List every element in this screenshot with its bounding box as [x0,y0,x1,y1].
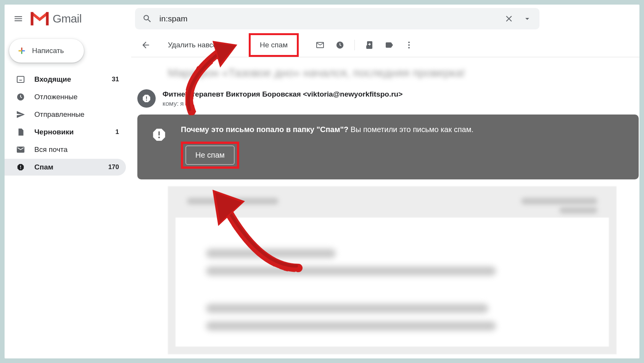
search-input[interactable] [156,14,500,23]
sidebar-item-inbox[interactable]: Входящие 31 [5,71,126,88]
sidebar-item-drafts[interactable]: Черновики 1 [5,124,126,140]
send-icon [16,110,25,119]
label-icon [385,40,394,50]
nav-label: Спам [34,163,99,171]
nav-label: Вся почта [34,145,119,154]
svg-point-3 [408,42,410,43]
more-vert-icon [404,40,414,50]
sender-name: Фитнес-терапевт Виктория Боровская <vikt… [163,90,639,98]
dropdown-arrow-icon [523,14,532,23]
message-toolbar: Удалить навсегда Не спам [131,33,639,57]
spam-icon [16,163,25,172]
arrow-back-icon [141,40,151,50]
not-spam-label: Не спам [260,41,288,49]
nav-label: Отложенные [34,93,119,101]
move-to-button[interactable] [360,36,378,54]
search-bar [135,8,539,29]
recipient-prefix: кому: [163,100,179,108]
inbox-icon [16,75,25,84]
snooze-button[interactable] [331,36,349,54]
nav-count: 31 [112,76,119,83]
back-button[interactable] [137,36,155,54]
sidebar: Написать Входящие 31 Отложенные Отправле… [5,33,131,358]
sidebar-item-snoozed[interactable]: Отложенные [5,89,126,105]
folder-move-icon [365,40,374,50]
spam-question: Почему это письмо попало в папку "Спам"? [181,125,348,134]
annotation-highlight-box-2: Не спам [181,142,239,169]
nav-label: Входящие [34,75,103,84]
search-icon [142,14,152,24]
clock-icon [16,92,25,102]
banner-not-spam-button[interactable]: Не спам [185,145,235,165]
toolbar-divider [354,40,355,50]
annotation-highlight-box: Не спам [249,33,299,57]
spam-warning-banner: Почему это письмо попало в папку "Спам"?… [137,115,639,179]
sidebar-item-spam[interactable]: Спам 170 [5,159,126,176]
spam-avatar-icon [142,94,151,103]
delete-forever-button[interactable]: Удалить навсегда [164,36,229,54]
clock-icon [336,41,344,49]
gmail-wordmark: Gmail [53,12,82,25]
svg-rect-0 [17,76,24,82]
sidebar-item-allmail[interactable]: Вся почта [5,141,126,158]
mail-closed-icon [316,40,325,50]
email-body-blurred [168,186,617,354]
mark-unread-button[interactable] [311,36,329,54]
recipient-value: я [180,100,184,108]
gmail-m-icon [31,12,49,26]
plus-icon [18,47,26,55]
close-icon [504,14,514,24]
not-spam-button[interactable]: Не спам [252,36,295,54]
spam-warning-icon [151,127,167,143]
delete-forever-label: Удалить навсегда [168,41,225,49]
banner-not-spam-label: Не спам [195,151,225,159]
file-icon [16,127,25,137]
gmail-logo[interactable]: Gmail [31,12,97,26]
nav-label: Черновики [34,128,106,136]
main-menu-button[interactable] [8,9,28,29]
nav-label: Отправленные [34,110,119,119]
hamburger-icon [13,14,23,24]
subject-text-blurred: Марафон «Тазовое дно» начался, последняя… [168,66,639,79]
compose-label: Написать [32,47,64,55]
chevron-down-icon [185,100,192,107]
clear-search-button[interactable] [500,10,518,28]
recipient-dropdown[interactable]: кому: я [163,100,639,108]
more-button[interactable] [400,36,418,54]
search-options-button[interactable] [518,10,536,28]
nav-count: 1 [116,128,119,136]
compose-button[interactable]: Написать [9,39,84,63]
labels-button[interactable] [380,36,398,54]
svg-point-4 [408,44,410,46]
svg-point-5 [408,47,410,48]
sidebar-item-sent[interactable]: Отправленные [5,106,126,123]
sender-avatar[interactable] [137,89,156,108]
nav-count: 170 [108,163,119,171]
spam-reason: Вы пометили это письмо как спам. [351,125,473,134]
mail-icon [16,145,25,154]
search-button[interactable] [138,10,156,28]
